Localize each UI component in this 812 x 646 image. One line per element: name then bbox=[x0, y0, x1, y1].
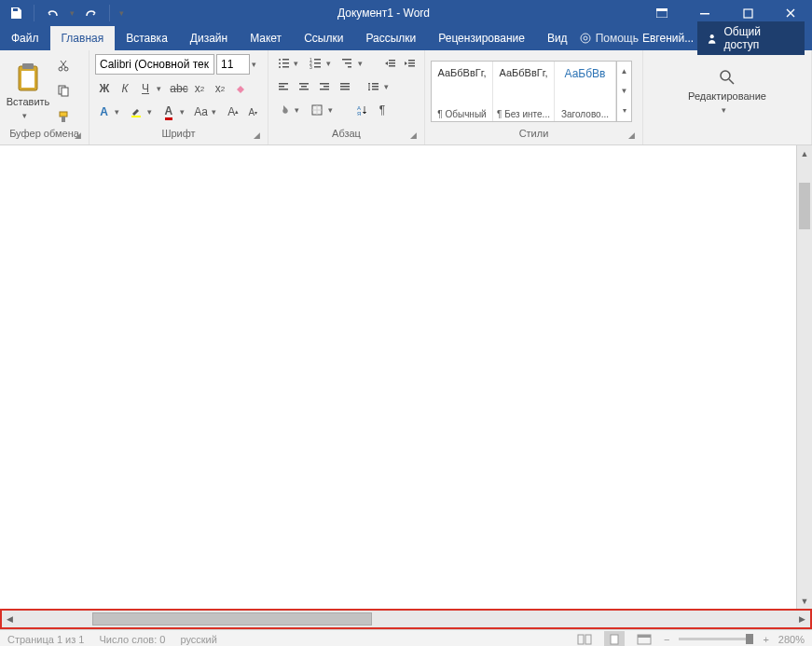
font-launcher-icon[interactable]: ◢ bbox=[251, 131, 262, 142]
svg-rect-44 bbox=[320, 83, 329, 85]
shrink-font-icon[interactable]: A▾ bbox=[244, 103, 262, 121]
web-layout-icon[interactable] bbox=[634, 631, 654, 647]
font-color-icon[interactable]: A bbox=[159, 103, 177, 121]
status-language[interactable]: русский bbox=[180, 634, 216, 645]
scroll-down-icon[interactable]: ▼ bbox=[797, 593, 812, 609]
svg-rect-51 bbox=[372, 86, 378, 88]
zoom-slider[interactable] bbox=[679, 638, 753, 640]
vertical-scrollbar[interactable]: ▲ ▼ bbox=[796, 145, 812, 609]
gallery-scroll-up-icon[interactable]: ▲ bbox=[617, 62, 631, 81]
style-normal[interactable]: АаБбВвГг, ¶ Обычный bbox=[432, 62, 493, 121]
qat-customize-icon[interactable]: ▾ bbox=[116, 2, 127, 24]
status-page[interactable]: Страница 1 из 1 bbox=[7, 634, 84, 645]
chevron-down-icon[interactable]: ▾ bbox=[294, 59, 304, 68]
tell-me-search[interactable]: Помощь bbox=[579, 32, 639, 45]
undo-icon[interactable] bbox=[40, 2, 64, 24]
bullets-icon[interactable] bbox=[274, 54, 292, 73]
scroll-thumb[interactable] bbox=[92, 612, 372, 625]
read-mode-icon[interactable] bbox=[574, 631, 595, 647]
chevron-down-icon[interactable]: ▾ bbox=[147, 107, 158, 117]
scroll-track[interactable] bbox=[18, 611, 794, 627]
align-center-icon[interactable] bbox=[295, 77, 313, 96]
decrease-indent-icon[interactable] bbox=[381, 54, 399, 73]
chevron-down-icon[interactable]: ▾ bbox=[358, 59, 368, 68]
underline-icon[interactable]: Ч bbox=[136, 79, 155, 98]
chevron-down-icon[interactable]: ▾ bbox=[384, 82, 395, 91]
strikethrough-icon[interactable]: abc bbox=[170, 79, 188, 98]
svg-point-21 bbox=[279, 66, 281, 68]
align-right-icon[interactable] bbox=[315, 77, 334, 96]
chevron-down-icon[interactable]: ▾ bbox=[328, 105, 339, 115]
account-name[interactable]: Евгений... bbox=[642, 32, 694, 45]
text-effects-icon[interactable]: A bbox=[95, 103, 113, 121]
tab-view[interactable]: Вид bbox=[536, 26, 579, 50]
copy-icon[interactable] bbox=[54, 81, 73, 100]
undo-dropdown-icon[interactable]: ▾ bbox=[66, 2, 77, 24]
paragraph-launcher-icon[interactable]: ◢ bbox=[407, 131, 419, 142]
save-icon[interactable] bbox=[4, 2, 28, 24]
font-size-select[interactable] bbox=[216, 54, 250, 75]
tab-references[interactable]: Ссылки bbox=[293, 26, 354, 50]
chevron-down-icon[interactable]: ▾ bbox=[157, 84, 168, 93]
zoom-level[interactable]: 280% bbox=[778, 634, 805, 645]
numbering-icon[interactable]: 123 bbox=[306, 54, 323, 73]
italic-icon[interactable]: К bbox=[116, 79, 134, 98]
borders-icon[interactable] bbox=[308, 101, 326, 119]
zoom-out-icon[interactable]: − bbox=[664, 634, 669, 645]
scroll-up-icon[interactable]: ▲ bbox=[797, 145, 812, 161]
redo-icon[interactable] bbox=[79, 2, 103, 24]
chevron-down-icon[interactable]: ▾ bbox=[326, 59, 337, 68]
chevron-down-icon[interactable]: ▾ bbox=[252, 60, 262, 69]
tab-insert[interactable]: Вставка bbox=[115, 26, 179, 50]
styles-gallery[interactable]: АаБбВвГг, ¶ Обычный АаБбВвГг, ¶ Без инте… bbox=[431, 61, 632, 122]
font-name-select[interactable] bbox=[95, 54, 214, 75]
status-word-count[interactable]: Число слов: 0 bbox=[99, 634, 165, 645]
chevron-down-icon: ▾ bbox=[722, 105, 733, 115]
clipboard-launcher-icon[interactable]: ◢ bbox=[72, 131, 83, 142]
line-spacing-icon[interactable] bbox=[364, 77, 382, 96]
align-left-icon[interactable] bbox=[274, 77, 293, 96]
increase-indent-icon[interactable] bbox=[401, 54, 419, 73]
style-no-spacing[interactable]: АаБбВвГг, ¶ Без инте... bbox=[493, 62, 555, 121]
print-layout-icon[interactable] bbox=[604, 631, 625, 647]
chevron-down-icon[interactable]: ▾ bbox=[115, 107, 125, 117]
format-painter-icon[interactable] bbox=[54, 107, 73, 126]
tab-home[interactable]: Главная bbox=[50, 26, 116, 50]
horizontal-scrollbar[interactable]: ◀ ▶ bbox=[0, 609, 812, 629]
multilevel-list-icon[interactable] bbox=[338, 54, 356, 73]
tab-layout[interactable]: Макет bbox=[239, 26, 293, 50]
svg-rect-8 bbox=[22, 63, 34, 69]
grow-font-icon[interactable]: A▴ bbox=[225, 103, 242, 121]
chevron-down-icon[interactable]: ▾ bbox=[180, 107, 190, 117]
bold-icon[interactable]: Ж bbox=[95, 79, 114, 98]
tab-file[interactable]: Файл bbox=[0, 26, 50, 50]
zoom-in-icon[interactable]: + bbox=[763, 634, 768, 645]
document-page[interactable] bbox=[0, 145, 796, 609]
clear-formatting-icon[interactable] bbox=[231, 79, 250, 98]
chevron-down-icon[interactable]: ▾ bbox=[212, 107, 222, 117]
scroll-thumb[interactable] bbox=[799, 183, 810, 229]
chevron-down-icon[interactable]: ▾ bbox=[295, 105, 306, 115]
highlight-icon[interactable] bbox=[128, 103, 145, 121]
subscript-icon[interactable]: x2 bbox=[190, 79, 209, 98]
gallery-expand-icon[interactable]: ▾ bbox=[617, 101, 631, 120]
style-heading1[interactable]: АаБбВв Заголово... bbox=[555, 62, 616, 121]
sort-icon[interactable]: AЯ bbox=[352, 101, 371, 119]
gallery-scroll-down-icon[interactable]: ▼ bbox=[617, 81, 631, 101]
scroll-left-icon[interactable]: ◀ bbox=[2, 611, 18, 627]
superscript-icon[interactable]: x2 bbox=[211, 79, 229, 98]
cut-icon[interactable] bbox=[54, 56, 73, 75]
shading-icon[interactable] bbox=[274, 101, 293, 119]
change-case-icon[interactable]: Aa bbox=[192, 103, 210, 121]
paste-label: Вставить bbox=[7, 96, 50, 107]
show-marks-icon[interactable]: ¶ bbox=[373, 101, 392, 119]
justify-icon[interactable] bbox=[336, 77, 354, 96]
styles-launcher-icon[interactable]: ◢ bbox=[626, 131, 637, 142]
tab-review[interactable]: Рецензирование bbox=[427, 26, 536, 50]
tab-mailings[interactable]: Рассылки bbox=[354, 26, 427, 50]
paste-button[interactable]: Вставить ▾ bbox=[6, 54, 50, 128]
separator bbox=[34, 5, 34, 21]
tab-design[interactable]: Дизайн bbox=[179, 26, 239, 50]
scroll-right-icon[interactable]: ▶ bbox=[794, 611, 810, 627]
editing-button[interactable]: Редактирование ▾ bbox=[682, 54, 772, 128]
